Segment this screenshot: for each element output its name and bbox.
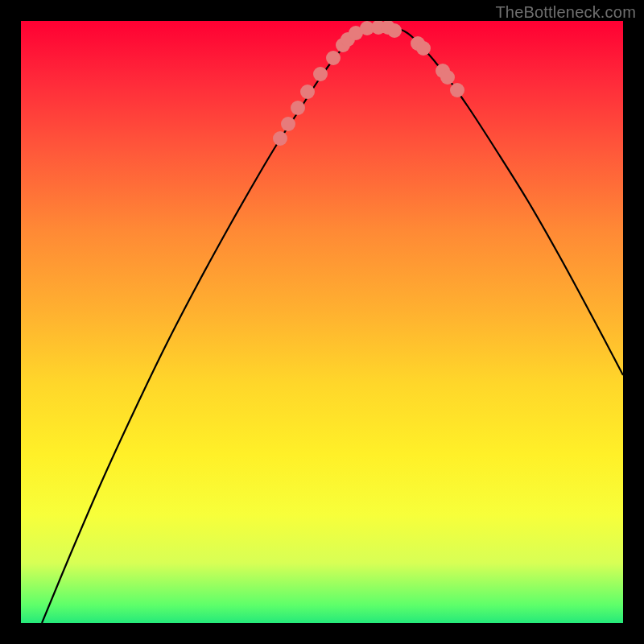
highlight-dot — [313, 67, 328, 81]
bottleneck-curve — [42, 27, 623, 623]
curve-svg — [21, 21, 623, 623]
highlight-dot — [387, 23, 402, 38]
highlight-dot — [450, 83, 464, 97]
highlight-dots — [273, 21, 464, 146]
highlight-dot — [273, 131, 287, 146]
watermark-text: TheBottleneck.com — [495, 3, 636, 22]
chart-area — [21, 21, 623, 623]
highlight-dot — [326, 51, 341, 65]
highlight-dot — [291, 101, 305, 115]
highlight-dot — [281, 117, 295, 131]
highlight-dot — [416, 41, 431, 56]
highlight-dot — [300, 85, 315, 99]
highlight-dot — [440, 70, 455, 85]
